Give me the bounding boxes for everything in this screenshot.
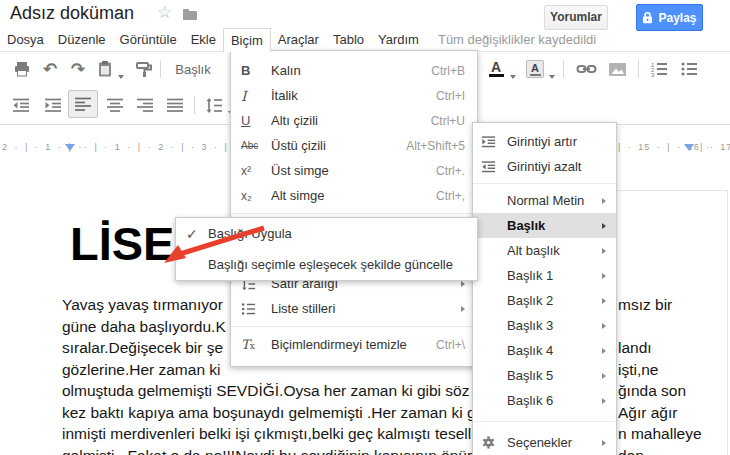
align-right-button[interactable] [132,93,158,117]
menu-dosya[interactable]: Dosya [0,28,51,51]
bulleted-list-icon [680,60,698,78]
submenu-arrow-icon [602,348,606,354]
redo-button[interactable]: ↷ [66,57,90,81]
image-icon [608,61,627,78]
align-left-button[interactable] [68,90,98,118]
menu-tablo[interactable]: Tablo [326,28,371,51]
bulleted-list-button[interactable] [676,57,702,81]
line-spacing-icon [205,97,223,114]
menu-duzenle[interactable]: Düzenle [51,28,113,51]
text-line-left: sıralar.Değişecek bir şe [62,339,223,356]
text-line-left: olmuştuda gelmemişti SEVDİĞİ.Oysa her za… [62,382,469,399]
text-line-right: landı [618,337,652,359]
indent-marker-right[interactable] [684,144,694,151]
list-styles-icon [241,302,271,316]
text-line-left: inmişti merdivenleri belki işi çıkmıştı,… [62,425,471,442]
submenu-arrow-icon [602,273,606,279]
menu-item-increase-indent[interactable]: Girintiyi artır [473,129,616,154]
highlight-color-button[interactable]: A [524,57,546,81]
text-color-bar [489,74,504,77]
text-line-right: msız bir [618,294,672,316]
indent-marker-left[interactable] [65,144,75,151]
strikethrough-icon: Abc [241,140,271,151]
menu-item-subtitle[interactable]: Alt başlık [473,238,616,263]
highlight-color-icon: A [526,60,544,78]
paint-format-button[interactable] [132,57,156,81]
menu-bicim-open[interactable]: Biçim [223,28,271,52]
paste-button[interactable] [94,57,116,81]
share-button[interactable]: Paylaş [636,4,703,31]
menu-item-clear-formatting[interactable]: TxBiçimlendirmeyi temizleCtrl+\ [231,332,477,357]
menu-separator [473,183,616,184]
highlight-color-dropdown[interactable] [547,65,557,89]
text-line[interactable]: inmişti merdivenleri belki işi çıkmıştı,… [62,423,722,445]
submenu-arrow-icon [602,223,606,229]
menu-item-subscript[interactable]: x₂Alt simgeCtrl+, [231,183,477,208]
chevron-down-icon [118,75,124,79]
bold-icon: B [241,63,271,78]
menu-item-superscript[interactable]: x²Üst simgeCtrl+. [231,158,477,183]
menu-item-bold[interactable]: BKalınCtrl+B [231,58,477,83]
text-line[interactable]: olmuştuda gelmemişti SEVDİĞİ.Oysa her za… [62,380,722,402]
menu-yardim[interactable]: Yardım [371,28,426,51]
increase-indent-button[interactable] [40,93,66,117]
menu-separator [231,213,477,214]
paragraph-styles-dropdown[interactable]: Başlık [168,57,218,81]
print-button[interactable] [10,57,34,81]
menu-item-strikethrough[interactable]: AbcÜstü çiziliAlt+Shift+5 [231,133,477,158]
text-line-left: kez baktı kapıya ama boşunaydı gelmemişt… [62,404,476,421]
text-color-dropdown[interactable] [508,65,518,89]
decrease-indent-button[interactable] [8,93,34,117]
red-annotation-arrow [152,218,277,270]
menu-item-heading-4[interactable]: Başlık 4 [473,338,616,363]
undo-button[interactable]: ↶ [38,57,62,81]
lock-icon [642,11,653,24]
paragraph-styles-value: Başlık [175,62,210,77]
gear-icon [481,435,507,450]
menu-item-decrease-indent[interactable]: Girintiyi azalt [473,154,616,179]
menu-item-underline[interactable]: UAltı çiziliCtrl+U [231,108,477,133]
document-title[interactable]: Adsız doküman [10,3,134,24]
menu-item-italic[interactable]: IİtalikCtrl+I [231,83,477,108]
menu-item-list-styles[interactable]: Liste stilleri [231,296,477,321]
text-line[interactable]: gelmişti...Fakat o da ne!!!Neydi bu sevd… [62,445,722,455]
submenu-arrow-icon [461,281,465,287]
insert-link-button[interactable] [572,57,600,81]
menu-ekle[interactable]: Ekle [184,28,223,51]
menu-item-heading-3[interactable]: Başlık 3 [473,313,616,338]
menu-separator [473,421,616,422]
menu-item-heading-1[interactable]: Başlık 1 [473,263,616,288]
text-line-right: n mahalleye [618,423,702,445]
line-spacing-button[interactable] [202,93,226,117]
save-status: Tüm değişiklikler kaydedildi [438,32,596,47]
paste-dropdown[interactable] [116,65,126,89]
menu-item-options[interactable]: Seçenekler [473,430,616,455]
menu-item-title-highlighted[interactable]: Başlık [473,213,616,238]
menu-araclar[interactable]: Araçlar [271,28,326,51]
submenu-arrow-icon [602,440,606,446]
insert-image-button[interactable] [604,57,630,81]
star-icon[interactable]: ☆ [157,3,172,23]
align-center-icon [106,97,124,114]
menu-item-heading-6[interactable]: Başlık 6 [473,388,616,413]
italic-icon: I [241,88,271,104]
ruler-marks-left: · | · 1 · | · 2 · | · 3 · | · 4 [84,142,251,152]
numbered-list-button[interactable]: 123 [646,57,672,81]
text-line-left: gelmişti...Fakat o da ne!!!Neydi bu sevd… [62,447,472,455]
menu-goruntule[interactable]: Görüntüle [113,28,184,51]
comments-button[interactable]: Yorumlar [544,5,608,30]
text-color-button[interactable]: A [486,57,506,81]
menu-item-normal-text[interactable]: Normal Metin [473,188,616,213]
page-right-edge [727,190,728,455]
submenu-arrow-icon [461,306,465,312]
justify-button[interactable] [162,93,188,117]
clipboard-icon [97,60,113,78]
decrease-indent-icon [12,97,30,114]
submenu-arrow-icon [602,248,606,254]
text-color-icon: A [491,61,501,73]
menu-item-heading-5[interactable]: Başlık 5 [473,363,616,388]
text-line[interactable]: kez baktı kapıya ama boşunaydı gelmemişt… [62,402,722,424]
align-center-button[interactable] [102,93,128,117]
menu-item-heading-2[interactable]: Başlık 2 [473,288,616,313]
folder-icon[interactable] [182,7,198,25]
